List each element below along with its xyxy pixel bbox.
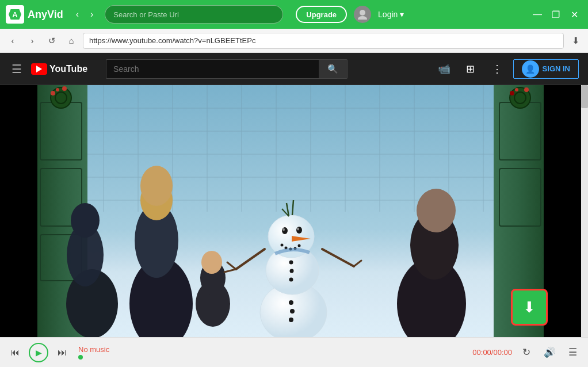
upgrade-button[interactable]: Upgrade — [296, 6, 347, 23]
svg-point-81 — [281, 244, 284, 247]
youtube-grid-button[interactable]: ⊞ — [460, 59, 481, 79]
svg-rect-45 — [544, 85, 581, 337]
youtube-logo-text: YouTube — [49, 64, 87, 74]
svg-rect-44 — [0, 85, 37, 337]
play-button[interactable]: ▶ — [29, 343, 48, 362]
svg-point-65 — [289, 300, 293, 305]
logo-area: A AnyVid — [6, 5, 63, 24]
youtube-right-controls: 📹 ⊞ ⋮ 👤 SIGN IN — [434, 59, 579, 79]
svg-point-78 — [282, 228, 285, 231]
login-button[interactable]: Login ▾ — [378, 10, 404, 19]
youtube-signin-label: SIGN IN — [543, 64, 570, 73]
browser-refresh-button[interactable]: ↺ — [44, 33, 60, 49]
svg-point-48 — [71, 203, 100, 238]
video-scene — [0, 85, 581, 337]
svg-text:A: A — [12, 10, 18, 19]
svg-point-41 — [510, 91, 514, 95]
track-info: No music — [78, 345, 109, 360]
youtube-signin-button[interactable]: 👤 SIGN IN — [513, 59, 579, 79]
url-input[interactable] — [83, 33, 564, 49]
svg-point-55 — [201, 251, 222, 274]
right-scrollbar[interactable] — [581, 85, 588, 337]
download-arrow-icon: ⬇ — [523, 299, 536, 316]
app-logo-icon: A — [6, 5, 24, 24]
track-name: No music — [78, 345, 109, 354]
svg-point-35 — [62, 86, 67, 91]
svg-point-66 — [290, 309, 295, 314]
svg-point-2 — [360, 10, 365, 16]
youtube-logo: YouTube — [31, 63, 87, 75]
track-progress-dot — [78, 355, 83, 360]
playlist-button[interactable]: ☰ — [564, 344, 581, 361]
svg-point-79 — [297, 228, 299, 231]
browser-forward-button[interactable]: › — [24, 33, 40, 49]
svg-point-33 — [51, 91, 55, 95]
volume-button[interactable]: 🔊 — [541, 344, 558, 361]
next-track-button[interactable]: ⏭ — [54, 345, 70, 361]
scrollbar-thumb[interactable] — [581, 85, 588, 108]
youtube-logo-icon — [31, 63, 47, 75]
svg-point-77 — [296, 227, 302, 234]
browser-home-button[interactable]: ⌂ — [63, 33, 79, 49]
address-bar: ‹ › ↺ ⌂ ⬇ — [0, 29, 588, 53]
svg-point-58 — [417, 189, 456, 232]
svg-point-3 — [358, 16, 367, 20]
page-download-icon[interactable]: ⬇ — [567, 33, 583, 49]
avatar — [354, 6, 371, 23]
time-display: 00:00/00:00 — [472, 348, 512, 357]
svg-point-67 — [289, 318, 293, 322]
youtube-search-input[interactable] — [106, 59, 319, 79]
close-button[interactable]: ✕ — [566, 6, 582, 22]
svg-point-31 — [51, 87, 71, 108]
minimize-button[interactable]: — — [529, 6, 545, 22]
download-button[interactable]: ⬇ — [511, 289, 548, 326]
svg-point-71 — [289, 278, 293, 282]
nav-back-button[interactable]: ‹ — [72, 7, 82, 22]
window-controls: — ❐ ✕ — [529, 6, 582, 22]
browser-back-button[interactable]: ‹ — [5, 33, 21, 49]
youtube-search-form: 🔍 — [106, 59, 348, 79]
player-bar: ⏮ ▶ ⏭ No music 00:00/00:00 ↻ 🔊 ☰ — [0, 337, 588, 367]
nav-forward-button[interactable]: › — [87, 7, 97, 22]
svg-point-34 — [56, 88, 59, 91]
svg-point-69 — [289, 261, 293, 265]
svg-point-42 — [515, 88, 518, 91]
maximize-button[interactable]: ❐ — [548, 6, 564, 22]
svg-point-70 — [290, 269, 294, 273]
search-input[interactable] — [113, 10, 274, 19]
youtube-header: ☰ YouTube 🔍 📹 ⊞ ⋮ 👤 SIGN IN — [0, 53, 588, 85]
youtube-menu-icon[interactable]: ☰ — [9, 60, 24, 78]
youtube-user-icon: 👤 — [522, 60, 539, 78]
svg-point-52 — [140, 166, 173, 206]
svg-point-76 — [282, 227, 288, 234]
youtube-camera-button[interactable]: 📹 — [434, 59, 455, 79]
app-name: AnyVid — [28, 9, 63, 21]
search-bar — [105, 5, 283, 24]
youtube-more-button[interactable]: ⋮ — [487, 59, 507, 79]
youtube-search-button[interactable]: 🔍 — [319, 59, 348, 79]
svg-point-43 — [524, 87, 529, 92]
title-bar: A AnyVid ‹ › Upgrade Login ▾ — ❐ ✕ — [0, 0, 588, 29]
svg-point-85 — [298, 244, 301, 247]
repeat-button[interactable]: ↻ — [518, 344, 535, 361]
video-content-area: ⬇ — [0, 85, 588, 337]
prev-track-button[interactable]: ⏮ — [7, 345, 23, 361]
